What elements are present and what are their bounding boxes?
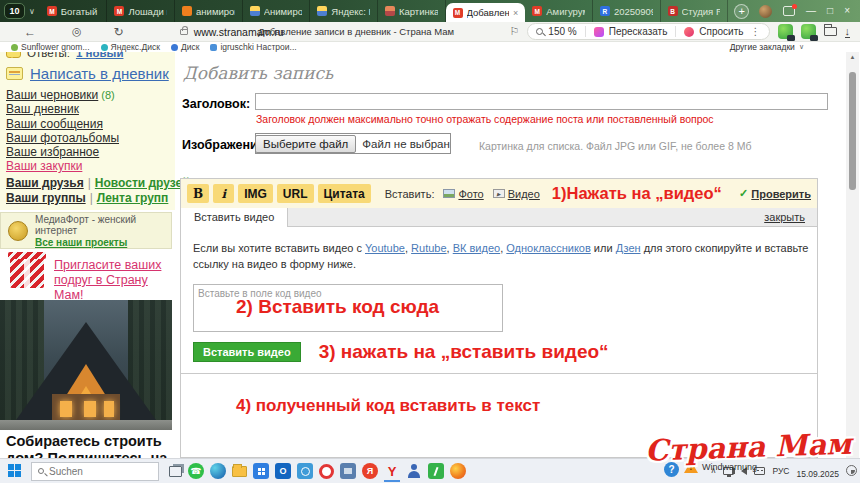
search-input[interactable] xyxy=(49,466,139,477)
bold-button[interactable]: B xyxy=(187,184,209,203)
reload-icon[interactable]: ↻ xyxy=(114,25,124,39)
spellcheck-link[interactable]: ✓Проверить xyxy=(739,187,811,200)
photos-app-icon[interactable] xyxy=(297,463,313,479)
more-icon[interactable]: ⋮ xyxy=(751,26,761,37)
taskbar-search[interactable] xyxy=(31,462,159,481)
sidebar-item-purchases[interactable]: Ваши закупки xyxy=(6,159,119,173)
yandex-browser-icon[interactable]: Y xyxy=(384,463,400,479)
notification-center-icon[interactable] xyxy=(846,465,857,476)
ask-button[interactable]: Спросить xyxy=(699,26,743,37)
tab[interactable]: MАмигуруми: Груп xyxy=(525,0,593,22)
groups-link[interactable]: Ваши группы xyxy=(6,191,86,205)
close-panel-link[interactable]: закрыть xyxy=(764,211,805,223)
edge-icon[interactable] xyxy=(210,463,226,479)
collections-icon[interactable] xyxy=(824,27,837,36)
insert-video-link[interactable]: ▶Видео xyxy=(493,188,540,200)
bookmark-item[interactable]: Sunflower gnom... xyxy=(11,42,90,52)
back-icon[interactable]: ← xyxy=(24,25,36,39)
bookmark-item[interactable]: Яндекс.Диск xyxy=(101,42,160,52)
other-bookmarks-button[interactable]: Другие закладки ∨ xyxy=(730,42,804,52)
tab[interactable]: Картинка №3916 xyxy=(378,0,446,22)
close-button[interactable]: × xyxy=(844,0,850,22)
profile-avatar[interactable] xyxy=(759,5,772,18)
tab[interactable]: R20250909_160321 xyxy=(593,0,661,22)
tab-counter-button[interactable]: 10 xyxy=(4,3,25,19)
sidebar-item-drafts[interactable]: Ваши черновики(8) xyxy=(6,88,119,102)
retell-button[interactable]: Пересказать xyxy=(609,26,668,37)
odnoklassniki-link[interactable]: Одноклассников xyxy=(506,242,591,254)
start-button[interactable] xyxy=(8,464,22,478)
taskbar-clock[interactable]: 15.09.2025 xyxy=(796,462,839,479)
mediafort-projects-link[interactable]: Все наши проекты xyxy=(35,237,164,248)
bookmark-item[interactable]: Диск xyxy=(171,42,199,52)
scrollbar-thumb[interactable] xyxy=(849,72,856,190)
ad-caption[interactable]: Собираетесь строить дом? Подпишитесь на xyxy=(6,433,172,458)
vk-video-link[interactable]: ВК видео xyxy=(453,242,500,254)
tab[interactable]: Яндекс: Картинки xyxy=(310,0,378,22)
task-view-icon[interactable] xyxy=(169,466,182,477)
tab-active[interactable]: MДобавление за× xyxy=(446,3,526,22)
profile-app-icon[interactable] xyxy=(406,463,422,479)
tab-strip: MБогатый урожай MЛошади и физал анимиров… xyxy=(40,0,728,22)
app-icon[interactable] xyxy=(340,463,356,479)
choose-file-button[interactable]: Выберите файл xyxy=(255,135,356,153)
microsoft-store-icon[interactable] xyxy=(253,463,269,479)
tab[interactable]: BСтудия RUTUBE xyxy=(661,0,729,22)
video-extension-icon[interactable] xyxy=(801,24,816,39)
title-input[interactable] xyxy=(255,93,828,110)
sidebar-item-favorites[interactable]: Ваше избранное xyxy=(6,145,119,159)
tab[interactable]: анимированные xyxy=(175,0,243,22)
sidebar-item-photoalbums[interactable]: Ваши фотоальбомы xyxy=(6,131,119,145)
replies-new-link[interactable]: 1 новый xyxy=(76,52,124,59)
dzen-link[interactable]: Дзен xyxy=(616,242,641,254)
file-explorer-icon[interactable] xyxy=(232,466,247,477)
rutube-link[interactable]: Rutube xyxy=(411,242,446,254)
zoom-level[interactable]: 150 % xyxy=(548,26,576,37)
tab[interactable]: Анимированные xyxy=(243,0,311,22)
insert-video-tab[interactable]: Вставить видео xyxy=(181,208,288,227)
tabs-dropdown-icon[interactable]: ∨ xyxy=(29,7,35,16)
groups-feed-link[interactable]: Лента групп xyxy=(97,191,169,205)
mail-favicon-icon: M xyxy=(532,6,542,16)
services-icon[interactable]: ◎ xyxy=(72,25,82,38)
close-tab-icon[interactable]: × xyxy=(513,8,518,18)
maximize-button[interactable]: □ xyxy=(827,0,833,22)
opera-icon[interactable] xyxy=(319,464,334,479)
outlook-icon[interactable]: O xyxy=(275,463,291,479)
italic-button[interactable]: i xyxy=(213,184,234,203)
tab[interactable]: MБогатый урожай xyxy=(40,0,108,22)
language-indicator[interactable]: РУС xyxy=(772,466,789,476)
scroll-up-icon[interactable]: ▲ xyxy=(846,54,859,60)
green-app-icon[interactable] xyxy=(428,463,444,479)
tab[interactable]: MЛошади и физал xyxy=(107,0,175,22)
insert-video-button[interactable]: Вставить видео xyxy=(193,342,301,362)
minimize-button[interactable]: — xyxy=(806,0,816,22)
bookmark-flag-icon[interactable]: ⚐ xyxy=(509,25,519,38)
downloads-icon[interactable]: ↓ xyxy=(845,26,851,38)
invite-friends-link[interactable]: Пригласите ваших подруг в Страну Мам! xyxy=(54,258,174,303)
separator-text: или xyxy=(591,242,616,254)
quote-button[interactable]: Цитата xyxy=(318,184,371,203)
title-field-hint: Заголовок должен максимально точно отраж… xyxy=(256,113,714,125)
friends-news-link[interactable]: Новости друзей xyxy=(95,176,190,190)
notifications-icon[interactable] xyxy=(783,6,795,16)
firefox-icon[interactable] xyxy=(450,463,466,479)
yandex-start-icon[interactable]: Я xyxy=(362,463,378,479)
insert-photo-link[interactable]: Фото xyxy=(443,188,483,200)
tab-label: 20250909_160321 xyxy=(614,6,653,17)
youtube-link[interactable]: Youtube xyxy=(365,242,405,254)
bookmark-item[interactable]: igruschki Настрои... xyxy=(210,42,296,52)
lock-icon[interactable] xyxy=(180,29,188,35)
img-button[interactable]: IMG xyxy=(238,184,273,203)
ad-house-image[interactable] xyxy=(0,300,172,430)
video-extension-icon[interactable] xyxy=(778,24,793,39)
friends-link[interactable]: Ваши друзья xyxy=(6,176,84,190)
sidebar-item-diary[interactable]: Ваш дневник xyxy=(6,102,119,116)
write-diary-link[interactable]: Написать в дневник xyxy=(30,65,169,82)
url-button[interactable]: URL xyxy=(277,184,314,203)
page-scrollbar[interactable]: ▲ xyxy=(846,52,859,458)
whatsapp-icon[interactable]: ☎ xyxy=(188,463,204,479)
sidebar-item-messages[interactable]: Ваши сообщения xyxy=(6,117,119,131)
new-tab-button[interactable]: + xyxy=(734,4,749,19)
divider: | xyxy=(90,191,93,205)
